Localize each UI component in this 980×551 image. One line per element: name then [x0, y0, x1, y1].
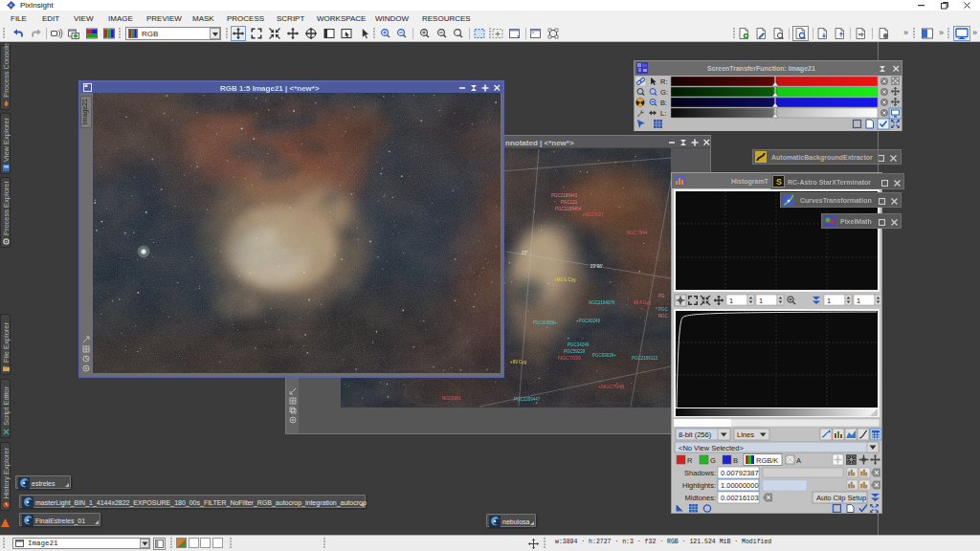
svg-text:G: G: [710, 456, 716, 465]
svg-text:PGC2188443: PGC2188443: [551, 193, 578, 198]
svg-text:PGC34249: PGC34249: [568, 342, 590, 347]
svg-text:Auto Clip Setup: Auto Clip Setup: [816, 494, 866, 502]
svg-text:B: B: [733, 456, 738, 465]
svg-text:1: 1: [857, 297, 860, 305]
svg-text:PG: PG: [658, 294, 665, 298]
svg-text:PGC121: PGC121: [561, 200, 578, 205]
svg-text:0.00216103: 0.00216103: [721, 494, 759, 502]
svg-text:NGC6991: NGC6991: [442, 396, 462, 401]
svg-text:PGC2166113: PGC2166113: [632, 356, 657, 361]
svg-text:+99 Cyg: +99 Cyg: [510, 360, 526, 364]
svg-text:+NGC7027: +NGC7027: [582, 212, 604, 217]
svg-text:NGC2184076: NGC2184076: [589, 300, 615, 305]
svg-text:+PGC60249: +PGC60249: [576, 319, 600, 323]
svg-text:PGC2189464: PGC2189464: [555, 207, 582, 211]
svg-text:G:: G:: [660, 88, 668, 97]
svg-text:98 A Cyg: 98 A Cyg: [634, 300, 652, 305]
svg-text:Lines: Lines: [737, 430, 754, 439]
svg-text:PGC: PGC: [658, 314, 669, 319]
svg-text:L:: L:: [660, 109, 666, 118]
svg-text:<No View Selected>: <No View Selected>: [679, 444, 744, 452]
svg-text:+NGC7048: +NGC7048: [598, 384, 624, 389]
svg-text:0.00792387: 0.00792387: [721, 469, 759, 477]
svg-text:R:: R:: [660, 77, 668, 86]
svg-text:PGC: PGC: [658, 307, 669, 312]
svg-text:PGC69039+: PGC69039+: [592, 353, 616, 358]
svg-text:1: 1: [729, 297, 733, 305]
svg-text:PGC2209447: PGC2209447: [514, 397, 541, 402]
svg-text:1: 1: [827, 297, 831, 305]
svg-text:NGC7039: NGC7039: [558, 355, 581, 361]
svg-text:PGC59229: PGC59229: [564, 349, 586, 354]
svg-text:1: 1: [759, 297, 763, 305]
svg-text:1.00000000: 1.00000000: [721, 481, 759, 490]
svg-text:NGC 7044: NGC 7044: [627, 231, 648, 235]
svg-text:RGB/K: RGB/K: [756, 456, 778, 465]
svg-text:Shadows:: Shadows:: [684, 469, 716, 477]
svg-text:A: A: [796, 456, 801, 465]
svg-text:Midtones:: Midtones:: [684, 494, 716, 502]
svg-text:PGC60088+: PGC60088+: [533, 320, 557, 325]
svg-text:Highlights:: Highlights:: [682, 481, 716, 490]
svg-text:23°08': 23°08': [590, 264, 603, 269]
svg-text:R: R: [687, 456, 693, 465]
svg-text:+M2 E Cyg: +M2 E Cyg: [554, 277, 576, 282]
svg-text:8-bit (256): 8-bit (256): [679, 430, 712, 439]
svg-text:B:: B:: [660, 99, 667, 107]
svg-text:23°: 23°: [522, 251, 528, 255]
